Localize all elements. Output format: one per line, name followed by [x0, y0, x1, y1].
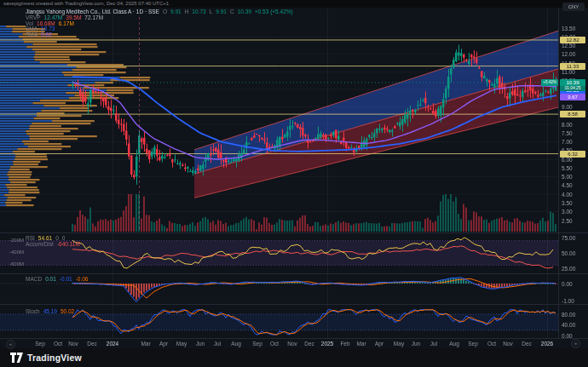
brand-name[interactable]: TradingView — [27, 353, 82, 363]
price-tick: 4.00 — [562, 192, 573, 198]
legend-token: 10.39 — [238, 9, 251, 14]
scale-label-ma-purple: 9.67 — [560, 94, 585, 100]
bar-countdown: 01:04:25 — [560, 86, 585, 91]
legend-token: H — [185, 9, 189, 14]
tradingview-snapshot: savepiginvest created with TradingView.c… — [0, 0, 588, 367]
legend-token: 50.02 — [61, 308, 74, 314]
rsi-tick: 75.00 — [562, 235, 575, 241]
legend-token: +0.53 (+5.42%) — [255, 9, 293, 14]
price-tick: 8.00 — [562, 122, 573, 128]
stoch-tick: 40.00 — [562, 322, 575, 328]
left-axis-label: -600M — [3, 261, 24, 267]
legend-token: 72.17M — [84, 14, 103, 20]
stoch-legend[interactable]: Stoch45.1950.02 — [26, 308, 74, 314]
macd-legend[interactable]: MACD0.01-0.01-0.06 — [26, 276, 88, 282]
rsi-tick: 50.00 — [562, 250, 575, 256]
price-tick: 7.50 — [562, 130, 573, 136]
scale-label-level: 6.32 — [560, 151, 585, 158]
legend-token: -0.01 — [60, 276, 72, 282]
time-label: Dec — [81, 341, 103, 347]
time-label: Jul — [423, 341, 445, 347]
accdist-legend[interactable]: Accum/Dist-640.11M — [26, 241, 80, 247]
price-tick: 7.00 — [562, 139, 573, 145]
sma-fast-legend[interactable]: SMA9.82 — [26, 32, 52, 37]
legend-token: SMA — [26, 32, 37, 37]
macd-tick: 0.00 — [562, 281, 573, 287]
rsi-legend[interactable]: RSI54.6100 — [26, 235, 65, 241]
stoch-tick: 0.00 — [562, 333, 573, 339]
scale-label-chg: +5.42% — [541, 79, 558, 86]
legend-token: Accum/Dist — [26, 241, 54, 247]
legend-token: C — [230, 9, 234, 14]
time-label: 2024 — [101, 341, 124, 347]
price-tick: 2.50 — [562, 218, 573, 224]
time-label: 2026 — [536, 341, 558, 347]
currency-button[interactable]: CNY — [562, 3, 585, 11]
scale-label-level: 12.82 — [560, 37, 585, 43]
legend-token: -640.11M — [57, 241, 80, 247]
legend-token: L — [210, 9, 213, 14]
legend-token: 9.82 — [41, 32, 52, 37]
legend-token: 9.91 — [216, 9, 227, 14]
snapshot-attribution-bar: savepiginvest created with TradingView.c… — [0, 0, 588, 8]
legend-token: O — [163, 9, 167, 14]
rsi-tick: 25.00 — [562, 266, 575, 272]
tradingview-logo-icon[interactable] — [10, 353, 23, 363]
left-axis-label: -400M — [3, 249, 24, 255]
legend-token: 10.73 — [192, 9, 205, 14]
scale-label-level: 8.58 — [560, 111, 585, 118]
chart-canvas[interactable] — [0, 0, 588, 367]
legend-token: 45.19 — [43, 308, 57, 314]
symbol-legend[interactable]: Jiangsu Yahong Meditech Co., Ltd. Class … — [26, 9, 293, 14]
price-tick: 5.50 — [562, 165, 573, 171]
legend-token: 9.91 — [170, 9, 182, 14]
scale-label-level: 11.33 — [560, 63, 585, 70]
price-tick: 5.00 — [562, 174, 573, 180]
macd-tick: -1.00 — [562, 298, 574, 304]
go-to-realtime-button[interactable]: » — [571, 339, 580, 348]
time-label: Dec — [516, 341, 538, 347]
legend-token: 54.61 — [38, 235, 52, 241]
legend-token: -0.06 — [76, 276, 89, 282]
price-tick: 12.50 — [562, 43, 575, 49]
time-label: Aug — [225, 341, 247, 347]
legend-token: Stoch — [26, 308, 40, 314]
legend-token: RSI — [26, 235, 35, 241]
legend-token: 0.01 — [45, 276, 56, 282]
price-tick: 12.00 — [562, 51, 575, 57]
price-tick: 3.00 — [562, 209, 573, 215]
left-axis-label: -200M — [3, 238, 24, 244]
legend-token: 0 — [55, 235, 59, 241]
stoch-tick: 80.00 — [562, 312, 575, 318]
jump-back-button[interactable]: « — [6, 340, 15, 349]
price-tick: 4.50 — [562, 182, 573, 188]
price-tick: 3.50 — [562, 200, 573, 206]
scale-label-last: 10.3901:04:25 — [560, 79, 585, 91]
attribution-text: savepiginvest created with TradingView.c… — [3, 1, 169, 6]
footer-bar: TradingView — [0, 348, 588, 367]
legend-token: 0 — [62, 235, 66, 241]
legend-token: Jiangsu Yahong Meditech Co., Ltd. Class … — [26, 9, 159, 14]
legend-token: MACD — [26, 276, 42, 282]
legend-token: 6.17M — [59, 20, 74, 26]
price-tick: 13.50 — [562, 26, 575, 32]
price-tick: 9.00 — [562, 104, 573, 110]
